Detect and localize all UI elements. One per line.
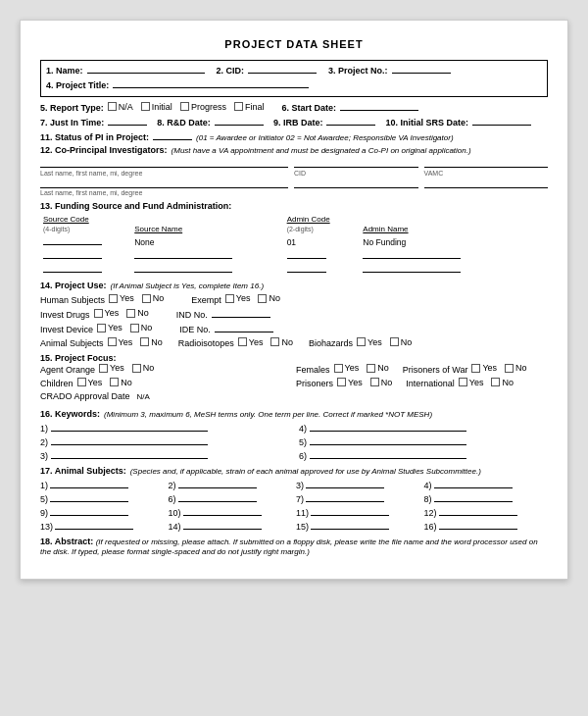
irb-date-field[interactable] xyxy=(326,116,375,126)
co-pi-cid-hint: CID xyxy=(294,170,418,177)
admin-name-header: Admin Name xyxy=(360,213,548,234)
kw-6-label: 6) xyxy=(299,451,307,461)
pris-yes-checkbox[interactable] xyxy=(337,378,346,386)
ao-yes-label: Yes xyxy=(110,363,124,373)
an-14-field[interactable] xyxy=(183,520,262,530)
just-in-time-field[interactable] xyxy=(108,116,147,126)
kw-2-field[interactable] xyxy=(51,435,208,445)
co-pi-cid-1[interactable] xyxy=(294,158,418,168)
source-code-1[interactable] xyxy=(43,235,102,245)
admin-code-3[interactable] xyxy=(287,263,326,273)
fem-yes-checkbox[interactable] xyxy=(334,364,343,373)
section-12: 12. Co-Principal Investigators: (Must ha… xyxy=(40,145,548,196)
an-9-field[interactable] xyxy=(50,506,128,516)
source-name-2[interactable] xyxy=(134,249,232,259)
co-pi-col-headers-2: Last name, first name, mi, degree xyxy=(40,189,548,196)
crado-value: N/A xyxy=(137,392,150,401)
na-checkbox[interactable] xyxy=(108,102,117,111)
co-pi-vamc-hint: VAMC xyxy=(424,170,549,177)
an-15-field[interactable] xyxy=(311,520,389,530)
status-pi-field[interactable] xyxy=(153,130,192,140)
ch-yes-checkbox[interactable] xyxy=(77,378,86,386)
co-pi-vamc-1[interactable] xyxy=(424,158,549,168)
final-checkbox[interactable] xyxy=(234,102,243,111)
ind-field[interactable] xyxy=(212,308,270,318)
pow-no-checkbox[interactable] xyxy=(505,364,514,373)
an-5-label: 5) xyxy=(40,494,48,504)
source-code-3[interactable] xyxy=(43,263,102,273)
co-pi-vamc-2[interactable] xyxy=(424,179,549,188)
ide-field[interactable] xyxy=(215,323,273,332)
fem-no-checkbox[interactable] xyxy=(367,364,375,373)
bio-no-checkbox[interactable] xyxy=(390,337,399,346)
an-7-field[interactable] xyxy=(306,492,384,502)
ch-no-checkbox[interactable] xyxy=(110,378,119,386)
admin-code-2[interactable] xyxy=(287,249,326,259)
an-12-field[interactable] xyxy=(439,506,517,516)
an-5: 5) xyxy=(40,492,165,504)
bio-yes-item: Yes xyxy=(357,337,382,347)
an-5-field[interactable] xyxy=(50,492,128,502)
as-yes-checkbox[interactable] xyxy=(108,337,117,346)
source-code-2[interactable] xyxy=(43,249,102,259)
admin-name-2[interactable] xyxy=(363,249,461,259)
idev-yes-checkbox[interactable] xyxy=(97,324,106,332)
ao-no-checkbox[interactable] xyxy=(132,364,141,373)
intl-no-checkbox[interactable] xyxy=(491,378,500,386)
radio-yes-checkbox[interactable] xyxy=(238,337,247,346)
idev-no-checkbox[interactable] xyxy=(130,324,139,332)
ao-yes-checkbox[interactable] xyxy=(99,364,108,373)
an-8-field[interactable] xyxy=(434,492,513,502)
kw-6-field[interactable] xyxy=(310,449,466,459)
co-pi-cid-2[interactable] xyxy=(294,179,418,188)
an-16-field[interactable] xyxy=(439,520,517,530)
source-name-3[interactable] xyxy=(134,263,232,273)
kw-1-field[interactable] xyxy=(51,422,208,432)
intl-yes-checkbox[interactable] xyxy=(459,378,467,386)
kw-3-label: 3) xyxy=(40,451,48,461)
an-4-field[interactable] xyxy=(434,479,513,488)
an-3-field[interactable] xyxy=(306,479,384,488)
abstract-label: 18. Abstract: xyxy=(40,537,93,546)
pris-no-checkbox[interactable] xyxy=(370,378,379,386)
exempt-no-checkbox[interactable] xyxy=(258,294,267,303)
project-data-sheet: PROJECT DATA SHEET 1. Name: 2. CID: 3. P… xyxy=(20,20,568,580)
project-title-field[interactable] xyxy=(113,78,309,88)
hs-yes-checkbox[interactable] xyxy=(109,294,118,303)
progress-checkbox[interactable] xyxy=(180,102,189,111)
kw-4-field[interactable] xyxy=(310,422,466,432)
name-field[interactable] xyxy=(87,64,205,74)
exempt-yes-checkbox[interactable] xyxy=(225,294,234,303)
hs-no-checkbox[interactable] xyxy=(142,294,151,303)
an-2-field[interactable] xyxy=(178,479,257,488)
pow-yes-checkbox[interactable] xyxy=(471,364,480,373)
co-pi-name-1[interactable] xyxy=(40,158,288,168)
initial-checkbox[interactable] xyxy=(141,102,150,111)
rd-date-field[interactable] xyxy=(215,116,264,126)
id-no-checkbox[interactable] xyxy=(126,309,135,318)
radio-no-checkbox[interactable] xyxy=(270,337,279,346)
an-1-field[interactable] xyxy=(50,479,128,488)
exempt-label: Exempt xyxy=(191,295,221,305)
kw-5-field[interactable] xyxy=(310,435,466,445)
hs-no-label: No xyxy=(153,293,165,303)
an-15-label: 15) xyxy=(296,522,309,532)
an-10-field[interactable] xyxy=(183,506,262,516)
initial-srs-field[interactable] xyxy=(472,116,531,126)
cid-field[interactable] xyxy=(248,64,317,74)
an-13-field[interactable] xyxy=(55,520,133,530)
an-11-field[interactable] xyxy=(311,506,389,516)
id-yes-checkbox[interactable] xyxy=(94,309,103,318)
an-6-field[interactable] xyxy=(178,492,257,502)
pris-no-label: No xyxy=(381,378,393,387)
admin-name-3[interactable] xyxy=(363,263,461,273)
bio-yes-checkbox[interactable] xyxy=(357,337,366,346)
co-pi-name-2[interactable] xyxy=(40,179,288,188)
start-date-field[interactable] xyxy=(340,101,418,111)
kw-3-field[interactable] xyxy=(51,449,208,459)
bio-no-item: No xyxy=(390,337,413,347)
fem-no-item: No xyxy=(367,363,389,373)
as-no-checkbox[interactable] xyxy=(140,337,149,346)
funding-label: 13. Funding Source and Fund Administrati… xyxy=(40,201,548,211)
project-no-field[interactable] xyxy=(392,64,451,74)
